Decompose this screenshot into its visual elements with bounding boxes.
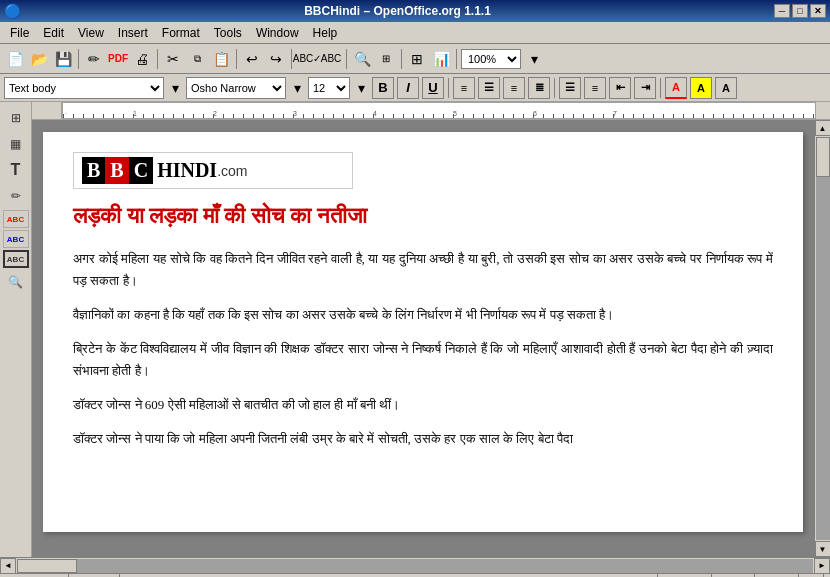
tb-sep-3 xyxy=(236,49,237,69)
bbc-dotcom: .com xyxy=(217,163,247,179)
fmt-sep-1 xyxy=(448,78,449,98)
tb-sep-2 xyxy=(157,49,158,69)
autospell-button[interactable]: ABC xyxy=(320,48,342,70)
drawing-button[interactable]: 📊 xyxy=(430,48,452,70)
window-controls: ─ □ ✕ xyxy=(774,4,826,18)
underline-button[interactable]: U xyxy=(422,77,444,99)
copy-button[interactable]: ⧉ xyxy=(186,48,208,70)
scroll-left-button[interactable]: ◄ xyxy=(0,558,16,574)
menu-format[interactable]: Format xyxy=(156,24,206,42)
sidebar-insert-icon[interactable]: ▦ xyxy=(4,132,28,156)
zoom-dropdown-button[interactable]: ▾ xyxy=(523,48,545,70)
vertical-scrollbar[interactable]: ▲ ▼ xyxy=(814,120,830,557)
font-color-button[interactable]: A xyxy=(665,77,687,99)
doc-para-2: वैज्ञानिकों का कहना है कि यहाँ तक कि इस … xyxy=(73,304,773,326)
menu-tools[interactable]: Tools xyxy=(208,24,248,42)
menu-help[interactable]: Help xyxy=(307,24,344,42)
menu-file[interactable]: File xyxy=(4,24,35,42)
bbc-logo-container: B B C HINDI .com xyxy=(73,152,353,189)
pdf-button[interactable]: PDF xyxy=(107,48,129,70)
sidebar-abc-box-icon[interactable]: ABC xyxy=(3,250,29,268)
hscroll-thumb[interactable] xyxy=(17,559,77,573)
size-select[interactable]: 12 xyxy=(308,77,350,99)
indent-decrease-button[interactable]: ⇤ xyxy=(609,77,631,99)
navigator-button[interactable]: ⊞ xyxy=(375,48,397,70)
align-center-button[interactable]: ☰ xyxy=(478,77,500,99)
scroll-up-button[interactable]: ▲ xyxy=(815,120,831,136)
close-button[interactable]: ✕ xyxy=(810,4,826,18)
window-title: BBCHindi – OpenOffice.org 1.1.1 xyxy=(21,4,774,18)
document-headline: लड़की या लड़का माँ की सोच का नतीजा xyxy=(73,201,773,232)
font-select[interactable]: Osho Narrow xyxy=(186,77,286,99)
status-bar: Page 1 / 1 HTML 100% INSRT STD HYP * xyxy=(0,573,830,577)
style-dropdown-button[interactable]: ▾ xyxy=(167,77,183,99)
sidebar-search-icon[interactable]: 🔍 xyxy=(4,270,28,294)
list-unordered-button[interactable]: ☰ xyxy=(559,77,581,99)
tb-sep-1 xyxy=(78,49,79,69)
menu-window[interactable]: Window xyxy=(250,24,305,42)
print-button[interactable]: 🖨 xyxy=(131,48,153,70)
minimize-button[interactable]: ─ xyxy=(774,4,790,18)
undo-button[interactable]: ↩ xyxy=(241,48,263,70)
size-dropdown-button[interactable]: ▾ xyxy=(353,77,369,99)
bbc-b2: B xyxy=(105,157,128,184)
title-bar: 🔵 BBCHindi – OpenOffice.org 1.1.1 ─ □ ✕ xyxy=(0,0,830,22)
menu-bar: File Edit View Insert Format Tools Windo… xyxy=(0,22,830,44)
sidebar-table-icon[interactable]: ⊞ xyxy=(4,106,28,130)
indent-increase-button[interactable]: ⇥ xyxy=(634,77,656,99)
tb-sep-5 xyxy=(346,49,347,69)
menu-view[interactable]: View xyxy=(72,24,110,42)
tb-sep-6 xyxy=(401,49,402,69)
bbc-c: C xyxy=(129,157,153,184)
new-button[interactable]: 📄 xyxy=(4,48,26,70)
list-ordered-button[interactable]: ≡ xyxy=(584,77,606,99)
redo-button[interactable]: ↪ xyxy=(265,48,287,70)
cut-button[interactable]: ✂ xyxy=(162,48,184,70)
scroll-right-button[interactable]: ► xyxy=(814,558,830,574)
zoom-select[interactable]: 100% 50% 75% 150% 200% xyxy=(461,49,521,69)
italic-button[interactable]: I xyxy=(397,77,419,99)
horizontal-scrollbar[interactable]: ◄ ► xyxy=(0,557,830,573)
scroll-track[interactable] xyxy=(816,137,830,540)
align-right-button[interactable]: ≡ xyxy=(503,77,525,99)
hscroll-track[interactable] xyxy=(17,559,813,573)
open-button[interactable]: 📂 xyxy=(28,48,50,70)
toolbar: 📄 📂 💾 ✏ PDF 🖨 ✂ ⧉ 📋 ↩ ↪ ABC✓ ABC 🔍 ⊞ ⊞ 📊… xyxy=(0,44,830,74)
find-button[interactable]: 🔍 xyxy=(351,48,373,70)
align-justify-button[interactable]: ≣ xyxy=(528,77,550,99)
paste-button[interactable]: 📋 xyxy=(210,48,232,70)
spellcheck-button[interactable]: ABC✓ xyxy=(296,48,318,70)
doc-para-3: ब्रिटेन के केंट विश्वविद्यालय में जीव वि… xyxy=(73,338,773,382)
menu-edit[interactable]: Edit xyxy=(37,24,70,42)
document-page: B B C HINDI .com लड़की या लड़का माँ की स… xyxy=(43,132,803,532)
sidebar-abc-blue-icon[interactable]: ABC xyxy=(3,230,29,248)
bbc-b1: B xyxy=(82,157,105,184)
table-button[interactable]: ⊞ xyxy=(406,48,428,70)
highlight-button[interactable]: A xyxy=(690,77,712,99)
sidebar-abc-red-icon[interactable]: ABC xyxy=(3,210,29,228)
font-dropdown-button[interactable]: ▾ xyxy=(289,77,305,99)
bbc-hindi: HINDI xyxy=(157,159,217,182)
scroll-down-button[interactable]: ▼ xyxy=(815,541,831,557)
document-scroll-area[interactable]: B B C HINDI .com लड़की या लड़का माँ की स… xyxy=(32,120,814,557)
align-left-button[interactable]: ≡ xyxy=(453,77,475,99)
menu-insert[interactable]: Insert xyxy=(112,24,154,42)
edit-file-button[interactable]: ✏ xyxy=(83,48,105,70)
doc-para-1: अगर कोई महिला यह सोचे कि वह कितने दिन जी… xyxy=(73,248,773,292)
tb-sep-7 xyxy=(456,49,457,69)
doc-para-5: डॉक्टर जोन्स ने पाया कि जो महिला अपनी जि… xyxy=(73,428,773,450)
left-sidebar: ⊞ ▦ T ✏ ABC ABC ABC 🔍 xyxy=(0,102,32,557)
save-button[interactable]: 💾 xyxy=(52,48,74,70)
sidebar-text-icon[interactable]: T xyxy=(4,158,28,182)
fmt-sep-3 xyxy=(660,78,661,98)
doc-para-4: डॉक्टर जोन्स ने 609 ऐसी महिलाओं से बातची… xyxy=(73,394,773,416)
sidebar-pencil-icon[interactable]: ✏ xyxy=(4,184,28,208)
scroll-thumb[interactable] xyxy=(816,137,830,177)
title-icon: 🔵 xyxy=(4,3,21,19)
char-shading-button[interactable]: A xyxy=(715,77,737,99)
maximize-button[interactable]: □ xyxy=(792,4,808,18)
style-select[interactable]: Text body xyxy=(4,77,164,99)
fmt-sep-2 xyxy=(554,78,555,98)
bold-button[interactable]: B xyxy=(372,77,394,99)
ruler: · 1 2 3 4 5 6 7 xyxy=(32,102,830,120)
